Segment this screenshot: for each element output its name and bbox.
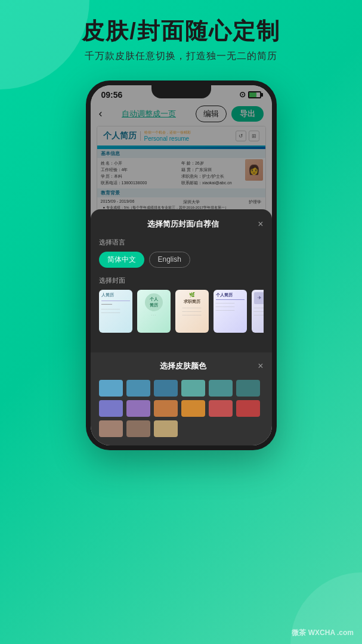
color-swatch-2[interactable] <box>126 380 150 397</box>
color-swatch-6[interactable] <box>236 380 260 397</box>
skin-panel-header: 选择皮肤颜色 × <box>99 361 264 371</box>
color-swatch-4[interactable] <box>181 380 205 397</box>
phone-notch <box>151 85 211 98</box>
skin-panel-title: 选择皮肤颜色 <box>109 361 258 371</box>
color-swatch-3[interactable] <box>154 380 178 397</box>
lang-btn-cn[interactable]: 简体中文 <box>99 252 144 268</box>
color-swatch-12[interactable] <box>236 400 260 417</box>
cover-panel-title: 选择简历封面/自荐信 <box>109 219 258 230</box>
watermark: 微茶 WXCHA .com <box>292 628 354 638</box>
phone-mockup: 09:56 ⊙ ‹ 自动调整成一页 编辑 导出 个人简历 <box>86 80 277 450</box>
cover-label: 选择封面 <box>99 276 264 285</box>
phone-wrapper: 09:56 ⊙ ‹ 自动调整成一页 编辑 导出 个人简历 <box>0 80 362 450</box>
color-swatch-8[interactable] <box>126 400 150 417</box>
language-buttons: 简体中文 English <box>99 252 264 268</box>
lang-btn-en[interactable]: English <box>149 252 190 268</box>
color-swatch-5[interactable] <box>209 380 233 397</box>
cover-panel: 选择简历封面/自荐信 × 选择语言 简体中文 English 选择封面 人简历 <box>91 209 272 352</box>
cover-thumb-5[interactable]: ✈ ───────── ───────── ───────── <box>252 290 264 333</box>
color-swatch-15[interactable] <box>154 420 178 437</box>
skin-panel: 选择皮肤颜色 × <box>91 352 272 445</box>
color-swatch-14[interactable] <box>126 420 150 437</box>
cover-grid: 人简历 ━━━━━━ ───────── ───────── 个人简历 · · … <box>99 290 264 333</box>
color-swatch-11[interactable] <box>209 400 233 417</box>
cover-thumb-3[interactable]: 🌿 求职简历 ───────── ───────── ───────── <box>175 290 209 333</box>
cover-panel-close[interactable]: × <box>258 219 263 230</box>
color-swatch-10[interactable] <box>181 400 205 417</box>
cover-panel-header: 选择简历封面/自荐信 × <box>99 219 264 230</box>
cover-thumb-2[interactable]: 个人简历 · · · <box>137 290 171 333</box>
skin-color-grid <box>99 380 264 437</box>
modal-overlay: 选择简历封面/自荐信 × 选择语言 简体中文 English 选择封面 人简历 <box>91 85 272 445</box>
color-swatch-1[interactable] <box>99 380 123 397</box>
cover-thumb-4[interactable]: 个人简历 ───────── ───────── ───────── <box>214 290 247 333</box>
color-swatch-9[interactable] <box>154 400 178 417</box>
color-swatch-7[interactable] <box>99 400 123 417</box>
color-swatch-13[interactable] <box>99 420 123 437</box>
skin-panel-close[interactable]: × <box>258 361 263 371</box>
language-label: 选择语言 <box>99 238 264 247</box>
cover-thumb-1[interactable]: 人简历 ━━━━━━ ───────── ───────── <box>99 290 132 333</box>
phone-screen: 09:56 ⊙ ‹ 自动调整成一页 编辑 导出 个人简历 <box>91 85 272 445</box>
